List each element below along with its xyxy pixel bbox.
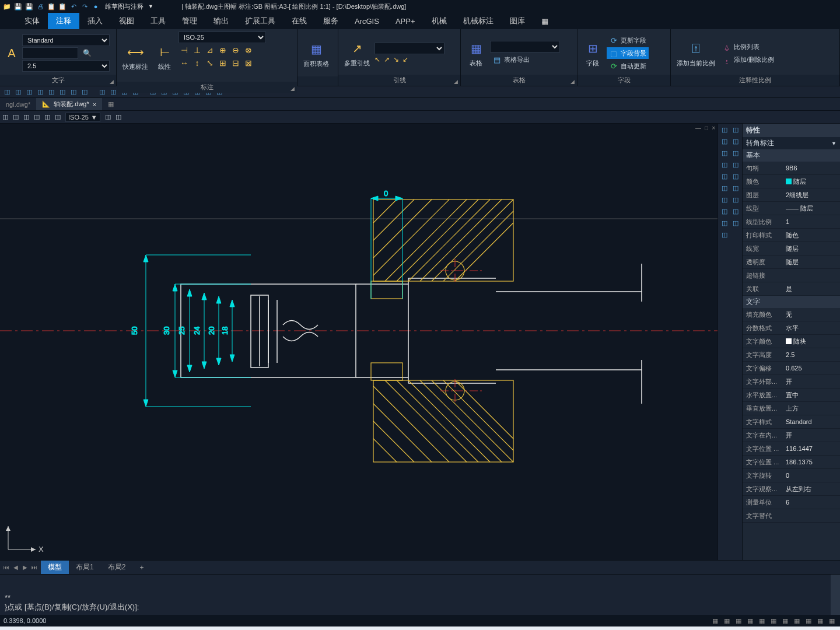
strip-icon[interactable]: ◫	[2, 88, 12, 97]
property-row[interactable]: 超链接	[743, 269, 840, 282]
property-row[interactable]: 测量单位6	[743, 496, 840, 509]
last-icon[interactable]: ⏭	[30, 564, 38, 570]
find-icon[interactable]: 🔍	[80, 49, 94, 57]
prop-value[interactable]: 随色	[783, 231, 840, 240]
linear-dim-button[interactable]: ⊢线性	[153, 41, 176, 72]
strip-icon[interactable]: ◫	[24, 88, 34, 97]
doc-tab-1[interactable]: ngl.dwg*	[0, 98, 36, 110]
text-style-dropdown[interactable]: Standard	[22, 34, 110, 46]
prop-value[interactable]: Standard	[783, 418, 840, 425]
property-row[interactable]: 文字样式Standard	[743, 415, 840, 429]
tool-icon[interactable]: ◫	[730, 160, 740, 170]
prop-value[interactable]: —— 随层	[783, 204, 840, 213]
tab-view[interactable]: 视图	[111, 13, 142, 29]
new-doc-button[interactable]: ▦	[102, 98, 120, 110]
tab-output[interactable]: 输出	[205, 13, 237, 29]
tool-icon[interactable]: ◫	[730, 172, 740, 181]
strip-icon[interactable]: ◫	[13, 88, 23, 97]
strip-icon[interactable]: ◫	[97, 88, 107, 97]
doc-tab-2[interactable]: 📐轴装配.dwg*×	[36, 98, 102, 110]
strip-icon[interactable]: ◫	[58, 88, 67, 97]
snap-icon[interactable]: ▦	[710, 616, 720, 625]
prop-value[interactable]: 1	[783, 218, 840, 225]
property-row[interactable]: 句柄9B6	[743, 162, 840, 175]
property-row[interactable]: 文字外部...开	[743, 375, 840, 388]
field-button[interactable]: ⊞字段	[581, 38, 604, 69]
property-row[interactable]: 文字在内...开	[743, 429, 840, 442]
dim-icon[interactable]: ⊗	[243, 44, 254, 56]
property-row[interactable]: 分数格式水平	[743, 321, 840, 335]
tool-icon[interactable]: ◫	[719, 218, 729, 228]
tab-service[interactable]: 服务	[315, 13, 346, 29]
property-row[interactable]: 打印样式随色	[743, 229, 840, 242]
tab-entity[interactable]: 实体	[16, 13, 48, 29]
leader-icon[interactable]: ↙	[402, 55, 408, 64]
mtext-button[interactable]: A	[4, 43, 20, 64]
prop-value[interactable]: 开	[783, 431, 840, 440]
dim-icon[interactable]: ↕	[191, 57, 203, 69]
prop-value[interactable]: 6	[783, 499, 840, 506]
strip-icon[interactable]: ◫	[47, 88, 56, 97]
close-view-icon[interactable]: ×	[712, 125, 715, 131]
save-icon[interactable]: 💾	[13, 2, 23, 11]
table-button[interactable]: ▦表格	[464, 38, 488, 69]
property-row[interactable]: 文字高度2.5	[743, 348, 840, 362]
folder-icon[interactable]: 📁	[2, 2, 12, 11]
strip-icon[interactable]: ◫	[80, 88, 89, 97]
prop-value[interactable]: 置中	[783, 391, 840, 400]
dim-icon[interactable]: ⊥	[191, 44, 203, 56]
cmd-scrollbar[interactable]	[831, 575, 840, 615]
property-row[interactable]: 文字旋转0	[743, 469, 840, 482]
tab-tools[interactable]: 工具	[142, 13, 174, 29]
area-table-button[interactable]: ▦面积表格	[301, 38, 331, 69]
tool-icon[interactable]: ◫	[730, 136, 740, 146]
dim-style-dropdown[interactable]: ISO-25	[178, 32, 266, 43]
tab-ext[interactable]: 扩展工具	[237, 13, 284, 29]
prop-value[interactable]: 2细线层	[783, 191, 840, 200]
tool-icon[interactable]: ◫	[730, 183, 740, 193]
leader-icon[interactable]: ↗	[384, 55, 390, 64]
prop-value[interactable]: 9B6	[783, 164, 840, 172]
prop-value[interactable]: 开	[783, 377, 840, 386]
property-row[interactable]: 文字偏移0.625	[743, 362, 840, 375]
prop-value[interactable]: 0.625	[783, 365, 840, 372]
auto-update-button[interactable]: ⟳自动更新	[607, 60, 649, 72]
osnap-icon[interactable]: ▦	[757, 616, 766, 625]
tool-icon[interactable]: ◫	[719, 172, 729, 181]
tool-icon[interactable]: ◫	[730, 218, 740, 228]
leader-style-dropdown[interactable]	[374, 43, 444, 54]
tool-icon[interactable]: ◫	[719, 136, 729, 146]
tab-online[interactable]: 在线	[284, 13, 315, 29]
paste-icon[interactable]: 📋	[58, 2, 67, 11]
prop-value[interactable]: 无	[783, 310, 840, 319]
property-row[interactable]: 文字观察...从左到右	[743, 482, 840, 496]
first-icon[interactable]: ⏮	[2, 564, 10, 570]
dim-icon[interactable]: ⊿	[204, 44, 216, 56]
property-row[interactable]: 透明度随层	[743, 256, 840, 269]
property-row[interactable]: 线宽随层	[743, 242, 840, 256]
tool-icon[interactable]: ◫	[719, 125, 729, 135]
tab-lib[interactable]: 图库	[502, 13, 533, 29]
tab-app[interactable]: APP+	[387, 13, 424, 29]
property-row[interactable]: 线型比例1	[743, 215, 840, 229]
otrack-icon[interactable]: ▦	[769, 616, 778, 625]
tool-icon[interactable]: ◫	[719, 183, 729, 193]
redo-icon[interactable]: ↷	[80, 2, 89, 11]
tab-insert[interactable]: 插入	[79, 13, 111, 29]
dim-icon[interactable]: ⊟	[230, 57, 242, 69]
layer-icon[interactable]: ◫	[2, 113, 8, 121]
max-icon[interactable]: □	[705, 125, 708, 131]
strip-icon[interactable]: ◫	[69, 88, 78, 97]
command-line[interactable]: ** }点或 [基点(B)/复制(C)/放弃(U)/退出(X)]:	[0, 574, 840, 615]
scale-list-button[interactable]: ⍙比例列表	[720, 41, 776, 52]
selection-dropdown[interactable]: 转角标注▼	[743, 137, 840, 149]
layer-icon[interactable]: ◫	[23, 113, 29, 121]
tool-icon[interactable]: ◫	[730, 206, 740, 216]
prop-value[interactable]: 186.1375	[783, 459, 840, 466]
mleader-button[interactable]: ↗多重引线	[342, 38, 372, 69]
leader-icon[interactable]: ↖	[374, 55, 380, 64]
print-icon[interactable]: 🖨	[36, 2, 45, 11]
tool-icon[interactable]: ◫	[730, 125, 740, 135]
dim-icon[interactable]: ⊞	[217, 57, 229, 69]
property-row[interactable]: 文字颜色随块	[743, 335, 840, 348]
